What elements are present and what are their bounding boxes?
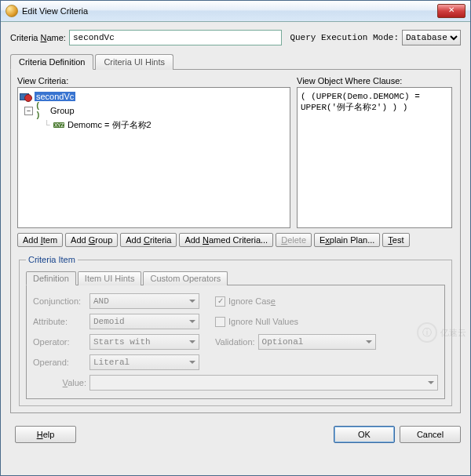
tree-group[interactable]: − ( ) Group — [20, 104, 288, 118]
subtab-item-ui-hints[interactable]: Item UI Hints — [78, 271, 142, 285]
ignore-case-label: Ignore Case — [228, 296, 276, 306]
operator-label: Operator: — [33, 337, 89, 347]
where-clause-label: View Object Where Clause: — [297, 76, 454, 85]
delete-button: Delete — [276, 233, 312, 247]
value-label: Value: — [33, 378, 89, 387]
tree-connector-icon: └ — [42, 120, 53, 129]
tree-root[interactable]: secondVc — [20, 89, 288, 104]
collapse-icon[interactable]: − — [24, 107, 33, 115]
ignore-null-label: Ignore Null Values — [228, 317, 298, 326]
view-criteria-label: View Criteria: — [17, 76, 290, 85]
criteria-item-legend: Criteria Item — [26, 255, 78, 264]
tree-item-label: Demomc = 例子名称2 — [68, 119, 152, 131]
tab-criteria-ui-hints[interactable]: Criteria UI Hints — [95, 54, 173, 70]
subtab-custom-operators[interactable]: Custom Operators — [143, 271, 228, 285]
add-group-button[interactable]: Add Group — [65, 233, 118, 247]
app-icon — [5, 5, 18, 17]
add-criteria-button[interactable]: Add Criteria — [120, 233, 177, 247]
query-mode-label: Query Execution Mode: — [290, 33, 399, 42]
attribute-label: Attribute: — [33, 317, 89, 326]
tree-root-label: secondVc — [35, 92, 75, 101]
criteria-name-input[interactable] — [69, 30, 282, 45]
view-criteria-tree[interactable]: secondVc − ( ) Group └ XYZ Demomc = 例子名称… — [17, 87, 290, 228]
add-item-button[interactable]: Add Item — [17, 233, 63, 247]
ignore-case-checkbox: ✓ — [215, 296, 225, 307]
ok-button[interactable]: OK — [334, 426, 395, 443]
validation-label: Validation: — [215, 337, 255, 347]
criteria-item-fieldset: Criteria Item Definition Item UI Hints C… — [19, 255, 452, 406]
tree-group-label: Group — [50, 106, 75, 115]
help-button[interactable]: Help — [15, 426, 76, 443]
add-named-criteria-button[interactable]: Add Named Criteria... — [179, 233, 273, 247]
operand-label: Operand: — [33, 358, 89, 367]
conjunction-label: Conjunction: — [33, 296, 89, 306]
cancel-button[interactable]: Cancel — [400, 426, 461, 443]
operand-select: Literal — [89, 354, 199, 370]
criteria-name-label: Criteria Name: — [10, 33, 66, 42]
attribute-select: Demoid — [89, 314, 199, 329]
close-button[interactable]: ✕ — [437, 4, 466, 18]
ignore-null-checkbox — [215, 317, 225, 327]
criteria-root-icon — [20, 91, 32, 102]
dialog-window: Edit View Criteria ✕ Criteria Name: Quer… — [0, 0, 471, 476]
query-mode-select[interactable]: Database — [402, 30, 461, 45]
attribute-icon: XYZ — [53, 119, 65, 130]
titlebar[interactable]: Edit View Criteria ✕ — [1, 1, 470, 22]
where-clause-panel: ( (UPPER(Demo.DEMOMC) = UPPER('例子名称2') )… — [297, 87, 452, 228]
validation-select: Optional — [258, 334, 376, 350]
tab-criteria-definition[interactable]: Criteria Definition — [10, 54, 93, 70]
window-title: Edit View Criteria — [22, 6, 437, 16]
explain-plan-button[interactable]: Explain Plan... — [314, 233, 380, 247]
value-input — [89, 375, 438, 391]
conjunction-select: AND — [89, 293, 199, 309]
tree-item[interactable]: └ XYZ Demomc = 例子名称2 — [20, 118, 288, 132]
subtab-definition[interactable]: Definition — [26, 271, 76, 285]
group-icon: ( ) — [35, 105, 48, 116]
main-tabs: Criteria Definition Criteria UI Hints — [10, 53, 461, 69]
test-button[interactable]: Test — [382, 233, 409, 247]
operator-select: Starts with — [89, 334, 199, 350]
